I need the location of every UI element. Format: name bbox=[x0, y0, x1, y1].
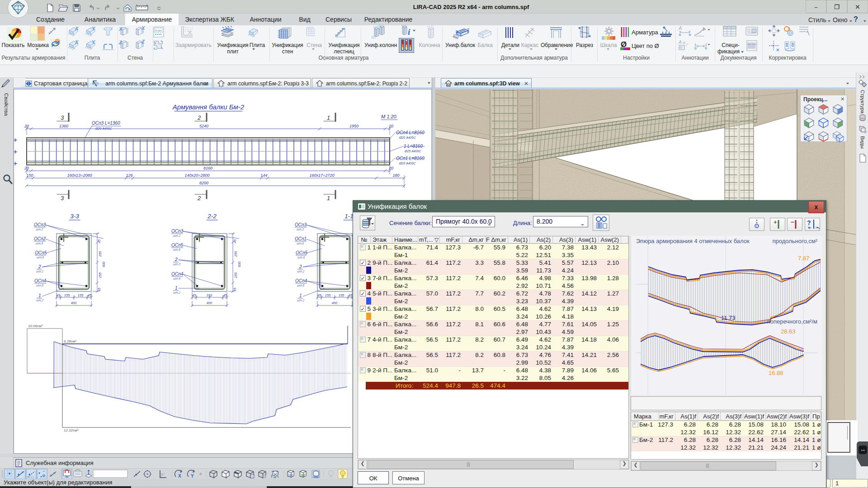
svg-text:шт.2: шт.2 bbox=[36, 228, 43, 231]
svg-text:шт.2: шт.2 bbox=[36, 299, 44, 302]
svg-text:45: 45 bbox=[192, 293, 196, 297]
svg-text:ОСп5: ОСп5 bbox=[35, 250, 47, 255]
svg-text:шт.6: шт.6 bbox=[297, 242, 304, 245]
svg-text:шт.2: шт.2 bbox=[297, 299, 305, 302]
svg-text:12.32см²: 12.32см² bbox=[64, 428, 79, 432]
svg-text:ОСп4: ОСп4 bbox=[34, 278, 47, 283]
svg-text:5240: 5240 bbox=[199, 124, 208, 128]
svg-text:A: A bbox=[678, 25, 682, 31]
svg-text:160х13=2080: 160х13=2080 bbox=[67, 173, 92, 178]
svg-text:28.63: 28.63 bbox=[781, 328, 796, 335]
svg-text:Эпюра армирования 4 отмеченных: Эпюра армирования 4 отмеченных балок bbox=[636, 238, 750, 244]
svg-text:20: 20 bbox=[24, 166, 29, 170]
svg-text:8160: 8160 bbox=[203, 166, 212, 170]
svg-text:20: 20 bbox=[24, 124, 29, 128]
svg-text:шт.6: шт.6 bbox=[297, 256, 305, 259]
svg-text:1360: 1360 bbox=[59, 124, 68, 128]
svg-text:M: M bbox=[683, 41, 685, 44]
svg-text:шт.6: шт.6 bbox=[173, 248, 181, 251]
svg-text:шт.2: шт.2 bbox=[173, 234, 181, 237]
svg-text:2: 2 bbox=[38, 264, 41, 269]
svg-text:2: 2 bbox=[197, 195, 201, 202]
svg-text:8200: 8200 bbox=[199, 181, 208, 185]
svg-text:160х17=2720: 160х17=2720 bbox=[310, 173, 335, 178]
svg-text:шт.2: шт.2 bbox=[173, 263, 181, 266]
svg-text:Ø20 А400С: Ø20 А400С bbox=[399, 136, 416, 139]
svg-text:Z: Z bbox=[141, 40, 145, 44]
svg-text:Ø25 А400С: Ø25 А400С bbox=[404, 150, 422, 153]
svg-text:Ø20 А400С: Ø20 А400С bbox=[95, 127, 113, 130]
svg-text:ОСп3 L=1360: ОСп3 L=1360 bbox=[92, 121, 120, 126]
svg-text:шт.6: шт.6 bbox=[37, 256, 44, 259]
svg-text:45: 45 bbox=[349, 293, 353, 297]
svg-text:2-2: 2-2 bbox=[207, 213, 217, 220]
svg-text:X: X bbox=[141, 26, 145, 31]
svg-text:45: 45 bbox=[317, 293, 321, 297]
svg-text:16.88: 16.88 bbox=[769, 370, 783, 376]
svg-text:45: 45 bbox=[57, 293, 61, 297]
svg-text:ОСп1: ОСп1 bbox=[295, 236, 307, 241]
svg-text:шт.6: шт.6 bbox=[36, 284, 44, 287]
svg-text:20: 20 bbox=[388, 124, 393, 128]
svg-text:поперечного,см²/м: поперечного,см²/м bbox=[767, 318, 817, 325]
svg-text:400: 400 bbox=[207, 301, 212, 305]
svg-text:ОСп3: ОСп3 bbox=[171, 229, 184, 234]
svg-text:X: X bbox=[75, 40, 79, 45]
svg-text:Армування балки Бм-2: Армування балки Бм-2 bbox=[172, 103, 245, 111]
svg-text:1950: 1950 bbox=[349, 124, 359, 128]
svg-text:X: X bbox=[178, 474, 181, 479]
svg-text:155: 155 bbox=[325, 293, 331, 297]
svg-text:max: max bbox=[155, 28, 162, 33]
svg-text:+: + bbox=[774, 219, 777, 225]
svg-text:шт.6: шт.6 bbox=[36, 242, 43, 245]
svg-text:1: 1 bbox=[327, 195, 330, 202]
svg-text:155: 155 bbox=[64, 293, 70, 297]
svg-text:1: 1 bbox=[299, 293, 302, 298]
svg-text:шт.2: шт.2 bbox=[36, 270, 44, 273]
svg-text:X: X bbox=[118, 26, 123, 32]
svg-text:ОСп2: ОСп2 bbox=[34, 236, 46, 241]
svg-text:180: 180 bbox=[392, 173, 399, 178]
svg-text:310: 310 bbox=[207, 293, 212, 297]
svg-text:10.06см²: 10.06см² bbox=[28, 324, 43, 328]
svg-text:20: 20 bbox=[388, 166, 393, 170]
svg-text:150: 150 bbox=[26, 173, 33, 178]
svg-text:Y: Y bbox=[92, 40, 96, 45]
svg-text:1: 1 bbox=[38, 293, 41, 298]
svg-text:ОСп5: ОСп5 bbox=[296, 250, 308, 255]
svg-text:1: 1 bbox=[175, 286, 178, 291]
svg-text:1 L=8160: 1 L=8160 bbox=[404, 144, 423, 149]
svg-text:i: i bbox=[408, 27, 410, 37]
svg-text:Y: Y bbox=[92, 26, 96, 31]
svg-text:A: A bbox=[678, 40, 682, 45]
svg-text:?: ? bbox=[807, 219, 811, 226]
svg-text:126: 126 bbox=[126, 173, 132, 178]
svg-text:Ø20 А400С: Ø20 А400С bbox=[399, 162, 416, 165]
svg-text:2: 2 bbox=[197, 114, 201, 121]
svg-text:М 1:20: М 1:20 bbox=[381, 114, 397, 119]
svg-text:ОСп4 L=8160: ОСп4 L=8160 bbox=[396, 130, 425, 135]
svg-text:шт.2: шт.2 bbox=[173, 291, 181, 294]
svg-text:11.73: 11.73 bbox=[721, 314, 736, 321]
svg-text:ОСп5: ОСп5 bbox=[171, 243, 184, 248]
svg-text:6.28см²: 6.28см² bbox=[64, 339, 76, 343]
svg-text:шт.2: шт.2 bbox=[297, 228, 304, 231]
svg-text:Y: Y bbox=[191, 474, 194, 479]
svg-text:400: 400 bbox=[332, 301, 338, 305]
svg-text:ОСп3: ОСп3 bbox=[34, 222, 46, 227]
svg-text:шт.6: шт.6 bbox=[173, 277, 181, 280]
svg-text:ОСп1 L=8160: ОСп1 L=8160 bbox=[396, 156, 425, 161]
svg-text:155: 155 bbox=[339, 293, 344, 297]
svg-text:продольного,см²: продольного,см² bbox=[772, 238, 817, 244]
svg-text:45: 45 bbox=[88, 293, 92, 297]
svg-text:X: X bbox=[75, 26, 79, 31]
svg-text:–: – bbox=[791, 218, 794, 225]
svg-text:3: 3 bbox=[61, 114, 64, 121]
svg-text:400: 400 bbox=[71, 301, 77, 305]
svg-text:2: 2 bbox=[299, 264, 302, 269]
svg-text:3: 3 bbox=[61, 195, 64, 202]
svg-text:7.87: 7.87 bbox=[798, 255, 809, 262]
svg-text:144: 144 bbox=[260, 173, 267, 178]
svg-text:155: 155 bbox=[78, 293, 84, 297]
svg-text:Z: Z bbox=[118, 40, 123, 45]
